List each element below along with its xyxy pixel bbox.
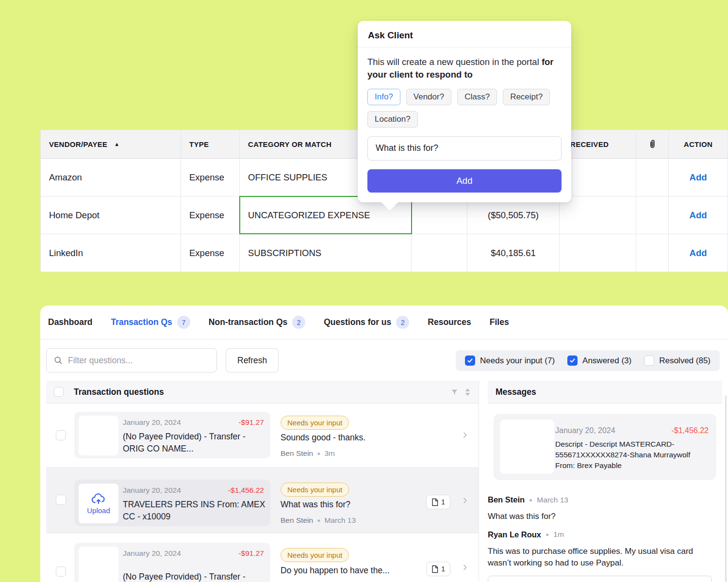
tab-questions-for-us[interactable]: Questions for us 2 — [324, 316, 409, 329]
attachment-cell — [636, 196, 669, 234]
transaction-payee: (No Payee Provided) - Transfer - ORIG CO… — [123, 431, 265, 455]
attachment-count-button[interactable]: 1 — [426, 495, 450, 509]
receipt-thumbnail — [500, 420, 554, 474]
chip-location[interactable]: Location? — [367, 111, 418, 128]
questions-panel-header: Transaction questions — [46, 381, 479, 404]
question-list-item[interactable]: January 20, 2024 -$91.27 (No Payee Provi… — [46, 404, 479, 468]
transaction-card: January 20, 2024 -$91.27 (No Payee Provi… — [74, 412, 270, 458]
question-text: Sounds good - thanks. — [281, 433, 365, 443]
screen: VENDOR/PAYEE ▲ TYPE CATEGORY OR MATCH RE… — [0, 0, 728, 582]
chip-class[interactable]: Class? — [457, 89, 497, 105]
message-text: This was to purchase office supplies. My… — [488, 546, 712, 569]
attachment-count: 1 — [441, 565, 445, 573]
chevron-right-icon[interactable] — [461, 430, 469, 440]
transaction-date: January 20, 2024 — [555, 426, 615, 435]
scrollbar[interactable] — [725, 395, 727, 582]
filter-icon[interactable] — [450, 388, 459, 396]
table-row[interactable]: LinkedIn Expense SUBSCRIPTIONS $40,185.6… — [41, 234, 728, 272]
spent-cell: ($50,505.75) — [467, 196, 560, 234]
vendor-cell: LinkedIn — [41, 234, 181, 272]
upload-thumbnail[interactable]: Upload — [79, 484, 118, 523]
select-all-checkbox[interactable] — [54, 387, 64, 397]
attachment-cell — [636, 159, 669, 196]
transaction-card: Upload January 20, 2024 -$1,456.22 TRAVE… — [74, 480, 270, 526]
chevron-right-icon[interactable] — [461, 496, 469, 505]
column-header-vendor[interactable]: VENDOR/PAYEE ▲ — [41, 130, 181, 158]
search-icon — [53, 356, 63, 365]
transaction-description: Descript - Descript MASTERCARD-555671XXX… — [555, 439, 711, 471]
file-icon — [431, 565, 438, 573]
column-header-type[interactable]: TYPE — [181, 130, 240, 158]
row-checkbox[interactable] — [56, 430, 66, 440]
attachment-cell — [636, 234, 669, 272]
sort-icon[interactable] — [464, 388, 471, 396]
chevron-right-icon[interactable] — [461, 563, 469, 572]
question-type-chips: Info? Vendor? Class? Receipt? Location? — [367, 89, 562, 128]
status-badge: Needs your input — [281, 416, 349, 430]
receipt-thumbnail — [79, 547, 118, 582]
vendor-header-label: VENDOR/PAYEE — [49, 140, 107, 148]
action-cell: Add — [669, 159, 728, 196]
tab-badge: 2 — [292, 316, 305, 329]
client-portal-panel: Dashboard Transaction Qs 7 Non-transacti… — [40, 306, 728, 582]
checkbox-checked-icon[interactable] — [465, 356, 475, 366]
vendor-cell: Home Depot — [41, 196, 181, 234]
transaction-payee: TRAVELERS PERS INS From: AMEX CC - x1000… — [123, 499, 265, 523]
chip-receipt[interactable]: Receipt? — [503, 89, 550, 105]
message-thread: Ben Stein ● March 13 What was this for? … — [488, 480, 722, 582]
received-cell — [560, 196, 636, 234]
attachment-count-button[interactable]: 1 — [426, 562, 450, 576]
messages-panel-header: Messages — [488, 381, 722, 404]
row-checkbox[interactable] — [56, 495, 66, 505]
cloud-upload-icon — [91, 493, 106, 505]
filter-answered[interactable]: Answered (3) — [567, 356, 631, 366]
question-list-item[interactable]: January 20, 2024 -$91.27 (No Payee Provi… — [46, 534, 479, 582]
action-cell: Add — [669, 196, 728, 234]
filter-needs-your-input[interactable]: Needs your input (7) — [465, 356, 555, 366]
popover-body: This will create a new question in the p… — [358, 48, 571, 202]
question-list-item-selected[interactable]: Upload January 20, 2024 -$1,456.22 TRAVE… — [46, 468, 479, 534]
add-question-button[interactable]: Add — [367, 169, 562, 193]
category-cell[interactable]: SUBSCRIPTIONS — [240, 234, 412, 272]
received-cell — [560, 234, 636, 272]
tab-files[interactable]: Files — [490, 317, 509, 327]
message-transaction-card: January 20, 2024 -$1,456.22 Descript - D… — [494, 414, 716, 480]
status-filter-group: Needs your input (7) Answered (3) Resolv… — [456, 350, 720, 371]
spent-cell: $40,185.61 — [467, 234, 560, 272]
tab-transaction-qs[interactable]: Transaction Qs 7 — [111, 316, 190, 329]
message-author-line: Ben Stein ● March 13 — [488, 495, 714, 504]
tab-dashboard[interactable]: Dashboard — [48, 317, 92, 327]
transaction-date: January 20, 2024 — [123, 549, 181, 558]
add-link[interactable]: Add — [690, 172, 707, 183]
filter-resolved[interactable]: Resolved (85) — [644, 356, 711, 366]
checkbox-unchecked-icon[interactable] — [644, 356, 654, 366]
tab-non-transaction-qs[interactable]: Non-transaction Qs 2 — [209, 316, 305, 329]
paperclip-icon — [647, 138, 658, 150]
messages-panel-title: Messages — [496, 387, 536, 397]
tab-resources[interactable]: Resources — [428, 317, 471, 327]
transaction-date: January 20, 2024 — [123, 418, 181, 427]
filter-questions-input[interactable] — [46, 348, 217, 372]
add-link[interactable]: Add — [690, 210, 707, 221]
row-checkbox[interactable] — [56, 566, 66, 577]
attachment-count: 1 — [441, 498, 445, 506]
answer-input[interactable] — [488, 576, 712, 582]
refresh-button[interactable]: Refresh — [226, 348, 279, 372]
ask-client-popover: Ask Client This will create a new questi… — [358, 21, 571, 202]
checkbox-checked-icon[interactable] — [567, 356, 578, 366]
upload-label: Upload — [87, 506, 110, 515]
question-text: What was this for? — [281, 500, 350, 510]
popover-title: Ask Client — [358, 21, 571, 48]
chip-vendor[interactable]: Vendor? — [406, 89, 451, 105]
sort-asc-icon: ▲ — [114, 141, 119, 147]
add-link[interactable]: Add — [690, 248, 707, 259]
column-header-attachment[interactable] — [636, 130, 669, 158]
type-cell: Expense — [181, 196, 240, 234]
transaction-amount: -$1,456.22 — [671, 426, 709, 435]
chip-info[interactable]: Info? — [367, 89, 400, 105]
question-input[interactable] — [367, 136, 562, 161]
question-text: Do you happen to have the... — [281, 566, 390, 576]
filter-questions-field[interactable] — [68, 356, 210, 366]
transaction-amount: -$91.27 — [238, 549, 264, 558]
question-author-line: Ben Stein●March 13 — [281, 516, 356, 525]
